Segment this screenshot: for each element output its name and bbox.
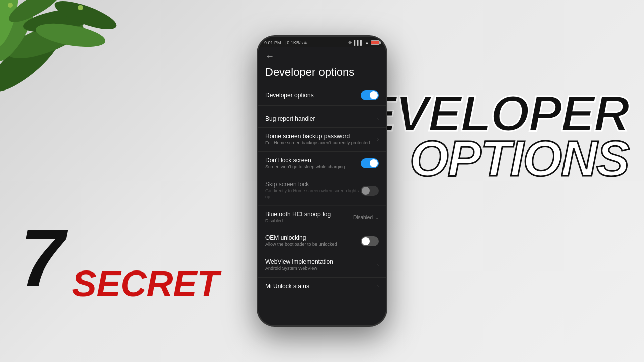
setting-backup-password[interactable]: Home screen backup password Full Home sc… — [258, 128, 386, 152]
setting-name: Bluetooth HCI snoop log — [265, 211, 353, 218]
toggle-knob — [362, 187, 370, 195]
status-right: ⚹ ▌▌▌ ▲ — [348, 40, 380, 45]
wifi-icon: ▲ — [365, 40, 369, 45]
setting-desc: Screen won't go to sleep while charging — [265, 164, 361, 170]
setting-dont-lock[interactable]: Don't lock screen Screen won't go to sle… — [258, 152, 386, 176]
skip-lock-toggle[interactable] — [361, 186, 379, 196]
setting-name: WebView implementation — [265, 258, 377, 265]
dont-lock-toggle[interactable] — [361, 158, 379, 168]
setting-name: OEM unlocking — [265, 234, 361, 241]
status-bar: 9:01 PM | 0.1KB/s ≋ ⚹ ▌▌▌ ▲ — [258, 37, 386, 47]
toggle-knob — [370, 91, 378, 99]
setting-info: OEM unlocking Allow the bootloader to be… — [265, 234, 361, 248]
svg-point-10 — [78, 5, 83, 10]
setting-info: WebView implementation Android System We… — [265, 258, 377, 272]
setting-bluetooth-hci[interactable]: Bluetooth HCI snoop log Disabled Disable… — [258, 206, 386, 230]
setting-name: Developer options — [265, 92, 361, 99]
setting-webview[interactable]: WebView implementation Android System We… — [258, 253, 386, 278]
chevron-icon: › — [377, 262, 379, 268]
setting-name: Don't lock screen — [265, 157, 361, 164]
setting-info: Bluetooth HCI snoop log Disabled — [265, 211, 353, 224]
developer-options-toggle[interactable] — [361, 90, 379, 100]
oem-unlock-toggle[interactable] — [361, 236, 379, 246]
secret-word: SECRET — [72, 265, 219, 302]
divider-1 — [258, 108, 386, 108]
left-overlay-text: 7 SECRET — [20, 218, 219, 302]
setting-info: Home screen backup password Full Home sc… — [265, 133, 377, 146]
chevron-icon: › — [377, 116, 379, 122]
setting-info: Mi Unlock status — [265, 283, 377, 290]
setting-desc: Go directly to Home screen when screen l… — [265, 188, 361, 200]
setting-name: Mi Unlock status — [265, 283, 377, 290]
screen-content: ← Developer options Developer options — [258, 47, 386, 325]
plant-decoration — [0, 0, 146, 131]
toggle-knob — [370, 159, 378, 167]
dropdown-icon: ⌄ — [375, 215, 379, 220]
setting-name: Home screen backup password — [265, 133, 377, 140]
bluetooth-icon: ⚹ — [348, 40, 352, 45]
setting-value: Disabled — [353, 215, 373, 220]
phone: 9:01 PM | 0.1KB/s ≋ ⚹ ▌▌▌ ▲ ← Developer … — [257, 35, 387, 327]
number-7: 7 — [20, 218, 65, 298]
status-left: 9:01 PM | 0.1KB/s ≋ — [264, 40, 308, 45]
status-data: | 0.1KB/s ≋ — [285, 40, 308, 45]
setting-oem-unlock[interactable]: OEM unlocking Allow the bootloader to be… — [258, 229, 386, 253]
settings-list: Developer options Bug report handler › — [258, 85, 386, 325]
signal-icon: ▌▌▌ — [354, 40, 363, 45]
setting-skip-lock[interactable]: Skip screen lock Go directly to Home scr… — [258, 175, 386, 205]
setting-info: Developer options — [265, 92, 361, 99]
setting-mi-unlock[interactable]: Mi Unlock status › — [258, 278, 386, 295]
battery-fill — [372, 41, 375, 44]
setting-name: Bug report handler — [265, 115, 377, 122]
setting-desc: Full Home screen backups aren't currentl… — [265, 140, 377, 146]
back-button[interactable]: ← — [265, 51, 274, 61]
chevron-icon: › — [377, 283, 379, 289]
setting-developer-options[interactable]: Developer options — [258, 85, 386, 106]
setting-desc: Disabled — [265, 218, 353, 224]
status-time: 9:01 PM — [264, 40, 281, 45]
setting-desc: Allow the bootloader to be unlocked — [265, 242, 361, 248]
phone-wrapper: 9:01 PM | 0.1KB/s ≋ ⚹ ▌▌▌ ▲ ← Developer … — [257, 35, 387, 327]
top-nav: ← — [258, 47, 386, 64]
setting-info: Skip screen lock Go directly to Home scr… — [265, 180, 361, 200]
toggle-knob — [362, 237, 370, 245]
setting-info: Don't lock screen Screen won't go to sle… — [265, 157, 361, 170]
chevron-icon: › — [377, 137, 379, 142]
setting-bug-report[interactable]: Bug report handler › — [258, 110, 386, 128]
battery-icon — [371, 40, 380, 45]
setting-info: Bug report handler — [265, 115, 377, 122]
svg-point-8 — [8, 3, 13, 8]
setting-name: Skip screen lock — [265, 180, 361, 188]
setting-desc: Android System WebView — [265, 266, 377, 272]
page-title: Developer options — [258, 64, 386, 85]
